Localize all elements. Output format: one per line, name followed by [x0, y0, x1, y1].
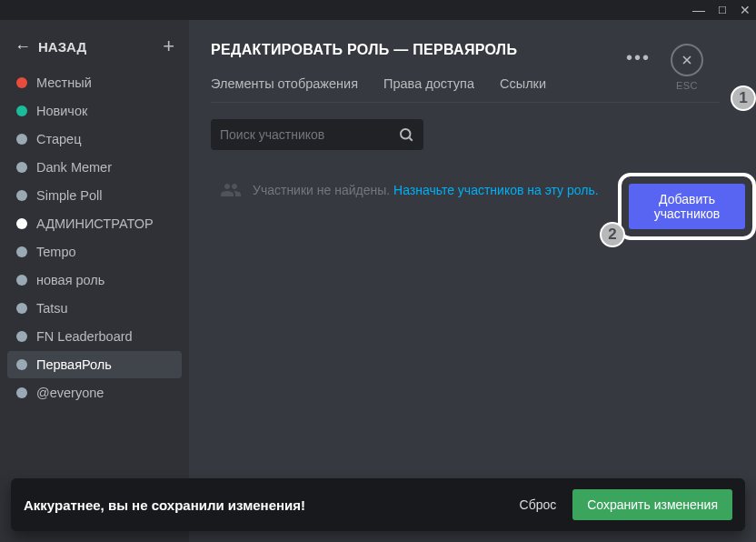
role-name: ПерваяРоль	[36, 357, 112, 372]
role-name: FN Leaderboard	[36, 329, 133, 344]
add-role-button[interactable]: +	[163, 35, 174, 58]
role-item[interactable]: @everyone	[7, 379, 182, 406]
role-color-dot	[16, 387, 27, 398]
search-icon	[398, 126, 414, 143]
esc-label: ESC	[676, 80, 698, 91]
role-item[interactable]: Tempo	[7, 238, 182, 266]
role-item[interactable]: Старец	[7, 125, 182, 153]
minimize-icon[interactable]: —	[692, 4, 705, 16]
close-settings-button[interactable]	[671, 44, 703, 76]
role-name: новая роль	[36, 273, 104, 287]
role-item[interactable]: Местный	[7, 69, 182, 96]
role-list: МестныйНовичокСтарецDank MemerSimple Pol…	[7, 69, 182, 542]
close-icon	[680, 53, 694, 67]
assign-members-link[interactable]: Назначьте участников на эту роль.	[393, 183, 599, 197]
role-name: Dank Memer	[36, 160, 112, 175]
role-color-dot	[16, 331, 27, 342]
tabs: Элементы отображения Права доступа Ссылк…	[211, 76, 720, 103]
sidebar: ← НАЗАД + МестныйНовичокСтарецDank Memer…	[0, 20, 189, 542]
unsaved-toast: Аккуратнее, вы не сохранили изменения! С…	[11, 478, 745, 531]
close-window-icon[interactable]: ✕	[740, 4, 751, 16]
role-item[interactable]: Новичок	[7, 97, 182, 125]
annotation-callout-2: Добавить участников	[618, 173, 756, 240]
role-item[interactable]: FN Leaderboard	[7, 323, 182, 350]
role-name: @everyone	[36, 386, 104, 400]
role-name: Местный	[36, 75, 92, 90]
search-input[interactable]	[220, 127, 398, 142]
role-item[interactable]: новая роль	[7, 266, 182, 294]
role-name: Simple Poll	[36, 188, 103, 203]
more-options-button[interactable]: •••	[626, 47, 651, 68]
arrow-left-icon: ←	[15, 37, 31, 56]
role-name: Старец	[36, 132, 81, 146]
role-color-dot	[16, 218, 27, 229]
save-button[interactable]: Сохранить изменения	[572, 489, 732, 520]
role-color-dot	[16, 359, 27, 370]
search-box[interactable]	[211, 119, 423, 150]
tab-display[interactable]: Элементы отображения	[211, 76, 358, 102]
role-color-dot	[16, 190, 27, 201]
toast-message: Аккуратнее, вы не сохранили изменения!	[24, 497, 305, 513]
role-color-dot	[16, 134, 27, 145]
role-color-dot	[16, 303, 27, 314]
role-item[interactable]: Simple Poll	[7, 182, 182, 209]
role-item[interactable]: Dank Memer	[7, 154, 182, 181]
role-color-dot	[16, 77, 27, 88]
role-color-dot	[16, 105, 27, 116]
back-label: НАЗАД	[38, 39, 86, 55]
role-name: Tatsu	[36, 301, 68, 316]
role-item[interactable]: Tatsu	[7, 295, 182, 322]
role-name: Tempo	[36, 245, 76, 259]
role-name: Новичок	[36, 104, 87, 118]
main-content: РЕДАКТИРОВАТЬ РОЛЬ — ПЕРВАЯРОЛЬ ••• ESC …	[189, 20, 756, 542]
role-color-dot	[16, 275, 27, 286]
maximize-icon[interactable]: ☐	[718, 5, 727, 15]
back-button[interactable]: ← НАЗАД	[15, 37, 86, 56]
members-icon	[220, 179, 242, 201]
add-members-button[interactable]: Добавить участников	[629, 184, 745, 229]
svg-point-0	[401, 129, 411, 139]
role-name: АДМИНИСТРАТОР	[36, 216, 154, 231]
role-color-dot	[16, 162, 27, 173]
role-item[interactable]: АДМИНИСТРАТОР	[7, 210, 182, 237]
annotation-step-1: 1	[731, 85, 756, 111]
empty-text: Участники не найдены. Назначьте участник…	[253, 183, 599, 197]
role-item[interactable]: ПерваяРоль	[7, 351, 182, 378]
annotation-step-2: 2	[600, 222, 625, 247]
tab-permissions[interactable]: Права доступа	[383, 76, 474, 102]
role-color-dot	[16, 246, 27, 257]
tab-links[interactable]: Ссылки	[500, 76, 546, 102]
window-titlebar: — ☐ ✕	[0, 0, 756, 20]
reset-button[interactable]: Сброс	[520, 497, 557, 512]
